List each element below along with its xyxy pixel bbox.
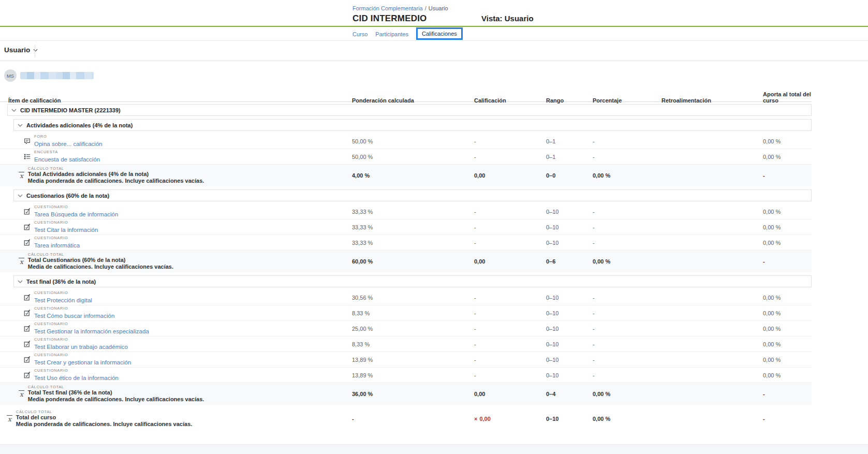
grade-cell: - (474, 240, 546, 246)
chevron-down-icon[interactable] (18, 124, 23, 127)
percentage-cell: - (593, 295, 661, 301)
page-header: Formación Complementaria/Usuario CID INT… (0, 0, 868, 26)
breadcrumb-link-category[interactable]: Formación Complementaria (352, 5, 423, 11)
chevron-down-icon[interactable] (11, 109, 17, 112)
chevron-down-icon[interactable] (18, 280, 23, 283)
tab-curso[interactable]: Curso (352, 31, 367, 37)
percentage-cell: 0,00 % (593, 416, 661, 422)
survey-icon (24, 153, 31, 160)
contribution-cell: 0,00 % (763, 310, 812, 316)
item-type-label: CÁLCULO TOTAL (16, 409, 193, 414)
table-row: CUESTIONARIO Tarea Búsqueda de informaci… (0, 204, 812, 219)
col-header-feedback: Retroalimentación (661, 97, 763, 104)
chevron-down-icon[interactable] (18, 194, 23, 197)
range-cell: 0–6 (546, 258, 593, 265)
grade-item-link[interactable]: Test Uso ético de la información (34, 375, 119, 381)
total-name: Total del curso (16, 414, 193, 421)
contribution-cell: 0,00 % (763, 341, 812, 347)
contribution-cell: - (763, 416, 812, 422)
range-cell: 0–4 (546, 391, 593, 397)
range-cell: 0–10 (546, 416, 593, 422)
report-selector-label: Usuario (4, 46, 30, 54)
grade-cell: 0,00 (474, 172, 546, 179)
report-selector-dropdown[interactable]: Usuario (4, 46, 38, 54)
total-name: Total Test final (36% de la nota) (28, 389, 204, 396)
table-row: CUESTIONARIO Test Elaborar un trabajo ac… (0, 336, 812, 352)
grade-cell: - (474, 357, 546, 363)
table-row: CUESTIONARIO Tarea informática 33,33 % -… (0, 235, 812, 251)
gradebook-user-report-page: { "breadcrumb": { "link": "Formación Com… (0, 0, 868, 454)
quiz-icon (24, 310, 31, 316)
grade-item-link[interactable]: Test Elaborar un trabajo académico (34, 344, 128, 350)
item-type-label: CUESTIONARIO (34, 204, 118, 209)
quiz-icon (24, 239, 31, 246)
contribution-cell: - (763, 172, 812, 179)
category-row-actividades: Actividades adicionales (4% de la nota) (13, 119, 812, 131)
range-cell: 0–10 (546, 310, 593, 316)
category-name: Test final (36% de la nota) (26, 279, 96, 285)
grade-item-link[interactable]: Tarea Búsqueda de información (34, 211, 118, 217)
grade-item-link[interactable]: Opina sobre... calificación (34, 141, 102, 147)
tab-participantes[interactable]: Participantes (375, 31, 408, 37)
grade-item-link[interactable]: Test Gestionar la información especializ… (34, 328, 149, 334)
percentage-cell: - (593, 310, 661, 316)
range-cell: 0–1 (546, 138, 593, 144)
avatar[interactable]: MS (4, 69, 17, 82)
breadcrumb-separator: / (425, 5, 426, 11)
course-total-row: CÁLCULO TOTAL Total del curso Media pond… (0, 406, 812, 431)
quiz-icon (24, 341, 31, 347)
contribution-cell: 0,00 % (763, 138, 812, 144)
weight-cell: 13,89 % (352, 372, 474, 378)
item-type-label: ENCUESTA (34, 150, 100, 154)
quiz-icon (24, 372, 31, 378)
category-total-row: CÁLCULO TOTAL Total Cuestionarios (60% d… (0, 251, 812, 272)
weight-cell: 36,00 % (352, 391, 474, 397)
total-name: Total Cuestionarios (60% de la nota) (28, 257, 173, 263)
percentage-cell: - (593, 138, 661, 144)
category-name: Cuestionarios (60% de la nota) (26, 193, 109, 199)
view-label: Vista: Usuario (481, 14, 534, 23)
page-title: CID INTERMEDIO (352, 13, 427, 24)
total-description: Media ponderada de calificaciones. Inclu… (28, 178, 204, 184)
grade-cell: - (474, 310, 546, 316)
col-header-range: Rango (546, 97, 593, 104)
item-type-label: CÁLCULO TOTAL (28, 166, 204, 171)
weight-cell: - (352, 416, 474, 422)
item-type-label: CUESTIONARIO (34, 353, 131, 357)
col-header-grade: Calificación (474, 97, 546, 104)
grade-item-link[interactable]: Test Protección digital (34, 297, 92, 303)
grade-cell: - (474, 224, 546, 230)
contribution-cell: - (763, 258, 812, 265)
grade-item-link[interactable]: Tarea informática (34, 242, 80, 248)
calculated-total-icon (19, 390, 24, 398)
category-name: CID INTERMEDIO MASTER (2221339) (20, 107, 121, 113)
contribution-cell: 0,00 % (763, 372, 812, 378)
category-row-cuestionarios: Cuestionarios (60% de la nota) (13, 189, 812, 201)
grade-error-icon: × (474, 416, 477, 422)
table-row: ENCUESTA Encuesta de satisfacción 50,00 … (0, 149, 812, 165)
range-cell: 0–1 (546, 154, 593, 160)
total-description: Media ponderada de calificaciones. Inclu… (28, 396, 204, 403)
table-row: CUESTIONARIO Test Protección digital 30,… (0, 290, 812, 305)
grade-report-table: Ítem de calificación Ponderación calcula… (0, 91, 812, 431)
grade-item-link[interactable]: Test Cómo buscar información (34, 313, 114, 319)
grade-cell: - (474, 209, 546, 215)
weight-cell: 8,33 % (352, 341, 474, 347)
grade-cell: - (474, 341, 546, 347)
col-header-item: Ítem de calificación (0, 97, 352, 104)
item-type-label: CUESTIONARIO (34, 306, 114, 311)
item-type-label: CUESTIONARIO (34, 368, 119, 373)
percentage-cell: 0,00 % (593, 172, 661, 179)
grade-cell: - (474, 138, 546, 144)
grade-item-link[interactable]: Encuesta de satisfacción (34, 156, 100, 163)
total-name: Total Actividades adicionales (4% de la … (28, 171, 204, 178)
tab-calificaciones[interactable]: Calificaciones (416, 27, 463, 40)
item-type-label: CUESTIONARIO (34, 236, 80, 240)
grade-item-link[interactable]: Test Citar la información (34, 227, 98, 233)
quiz-icon (24, 356, 31, 363)
weight-cell: 13,89 % (352, 357, 474, 363)
report-selector-row: Usuario (0, 41, 868, 61)
grade-item-link[interactable]: Test Crear y gestionar la información (34, 359, 131, 365)
weight-cell: 33,33 % (352, 224, 474, 230)
percentage-cell: - (593, 240, 661, 246)
